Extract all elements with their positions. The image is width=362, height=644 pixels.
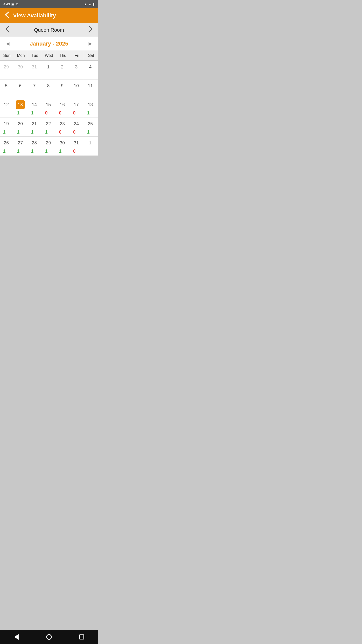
cal-date: 22 xyxy=(44,119,53,128)
cal-cell[interactable]: 10 xyxy=(70,79,84,98)
cal-avail: 1 xyxy=(17,110,20,116)
cal-avail: 0 xyxy=(73,110,76,116)
calendar: Sun Mon Tue Wed Thu Fri Sat 293031123456… xyxy=(0,51,98,156)
cal-cell[interactable]: 170 xyxy=(70,98,84,117)
cal-avail: 1 xyxy=(3,149,6,154)
room-name: Queen Room xyxy=(34,27,64,33)
cal-avail: 1 xyxy=(31,110,33,116)
cal-date: 31 xyxy=(72,139,81,147)
cal-avail: 0 xyxy=(45,110,48,116)
cal-date: 1 xyxy=(86,139,95,147)
cal-date: 23 xyxy=(58,119,67,128)
cal-date: 26 xyxy=(2,139,11,147)
month-year-title: January - 2025 xyxy=(30,41,68,47)
cal-avail: 1 xyxy=(87,110,89,116)
cal-date: 29 xyxy=(44,139,53,147)
cal-avail: 1 xyxy=(45,130,48,135)
cal-cell[interactable]: 1 xyxy=(84,137,98,156)
signal-icon: ▲ xyxy=(88,2,92,6)
cal-date: 17 xyxy=(72,100,81,109)
cal-cell[interactable]: 160 xyxy=(56,98,70,117)
cal-cell[interactable]: 141 xyxy=(28,98,42,117)
cal-date: 6 xyxy=(16,82,25,90)
cal-date: 14 xyxy=(30,100,38,109)
cal-date: 7 xyxy=(30,82,38,90)
status-time: 4:43 xyxy=(4,2,10,6)
cal-date: 13 xyxy=(16,100,25,109)
cal-cell[interactable]: 12 xyxy=(0,98,14,117)
cal-cell[interactable]: 9 xyxy=(56,79,70,98)
cal-date: 11 xyxy=(86,82,95,90)
cal-cell[interactable]: 291 xyxy=(42,137,56,156)
cal-cell[interactable]: 30 xyxy=(14,61,28,79)
cal-date: 28 xyxy=(30,139,38,147)
cal-cell[interactable]: 271 xyxy=(14,137,28,156)
calendar-grid: 2930311234567891011121311411501601701811… xyxy=(0,61,98,156)
cal-date: 3 xyxy=(72,63,81,71)
cal-cell[interactable]: 29 xyxy=(0,61,14,79)
cal-avail: 1 xyxy=(31,130,33,135)
cal-date: 30 xyxy=(16,63,25,71)
cal-cell[interactable]: 281 xyxy=(28,137,42,156)
cal-cell[interactable]: 221 xyxy=(42,117,56,137)
prev-month-button[interactable]: ◄ xyxy=(5,41,11,47)
cal-cell[interactable]: 150 xyxy=(42,98,56,117)
cal-date: 5 xyxy=(2,82,11,90)
cal-date: 20 xyxy=(16,119,25,128)
cal-date: 18 xyxy=(86,100,95,109)
cal-avail: 1 xyxy=(3,130,6,135)
cal-date: 24 xyxy=(72,119,81,128)
cal-avail: 1 xyxy=(31,149,33,154)
cal-cell[interactable]: 251 xyxy=(84,117,98,137)
bottom-area xyxy=(0,156,98,251)
day-header-fri: Fri xyxy=(70,51,84,60)
cal-date: 21 xyxy=(30,119,38,128)
cal-cell[interactable]: 191 xyxy=(0,117,14,137)
cal-avail: 1 xyxy=(17,149,20,154)
cal-cell[interactable]: 11 xyxy=(84,79,98,98)
day-header-sun: Sun xyxy=(0,51,14,60)
next-room-button[interactable] xyxy=(88,26,93,34)
back-button[interactable] xyxy=(4,11,10,20)
cal-date: 30 xyxy=(58,139,67,147)
cal-avail: 1 xyxy=(87,130,89,135)
cal-date: 29 xyxy=(2,63,11,71)
cal-date: 15 xyxy=(44,100,53,109)
cal-cell[interactable]: 4 xyxy=(84,61,98,79)
day-header-tue: Tue xyxy=(28,51,42,60)
cal-cell[interactable]: 301 xyxy=(56,137,70,156)
cal-avail: 1 xyxy=(59,149,62,154)
cal-cell[interactable]: 2 xyxy=(56,61,70,79)
day-header-sat: Sat xyxy=(84,51,98,60)
cal-cell[interactable]: 6 xyxy=(14,79,28,98)
cal-cell[interactable]: 211 xyxy=(28,117,42,137)
cal-cell[interactable]: 3 xyxy=(70,61,84,79)
cal-date: 9 xyxy=(58,82,67,90)
cal-avail: 0 xyxy=(59,110,62,116)
cal-cell[interactable]: 261 xyxy=(0,137,14,156)
cal-cell[interactable]: 5 xyxy=(0,79,14,98)
cal-avail: 0 xyxy=(59,130,62,135)
cal-date: 19 xyxy=(2,119,11,128)
cal-date: 1 xyxy=(44,63,53,71)
cal-date: 25 xyxy=(86,119,95,128)
cal-cell[interactable]: 7 xyxy=(28,79,42,98)
cal-cell[interactable]: 201 xyxy=(14,117,28,137)
cal-cell[interactable]: 131 xyxy=(14,98,28,117)
dnd-icon: ⊘ xyxy=(16,2,19,6)
day-header-wed: Wed xyxy=(42,51,56,60)
cal-cell[interactable]: 8 xyxy=(42,79,56,98)
prev-room-button[interactable] xyxy=(5,26,10,34)
next-month-button[interactable]: ► xyxy=(87,41,93,47)
day-headers: Sun Mon Tue Wed Thu Fri Sat xyxy=(0,51,98,61)
cal-date: 4 xyxy=(86,63,95,71)
cal-date: 31 xyxy=(30,63,38,71)
cal-cell[interactable]: 1 xyxy=(42,61,56,79)
cal-avail: 1 xyxy=(17,130,20,135)
cal-cell[interactable]: 230 xyxy=(56,117,70,137)
cal-cell[interactable]: 31 xyxy=(28,61,42,79)
page-title: View Availability xyxy=(13,12,56,19)
cal-cell[interactable]: 181 xyxy=(84,98,98,117)
cal-cell[interactable]: 310 xyxy=(70,137,84,156)
cal-cell[interactable]: 240 xyxy=(70,117,84,137)
